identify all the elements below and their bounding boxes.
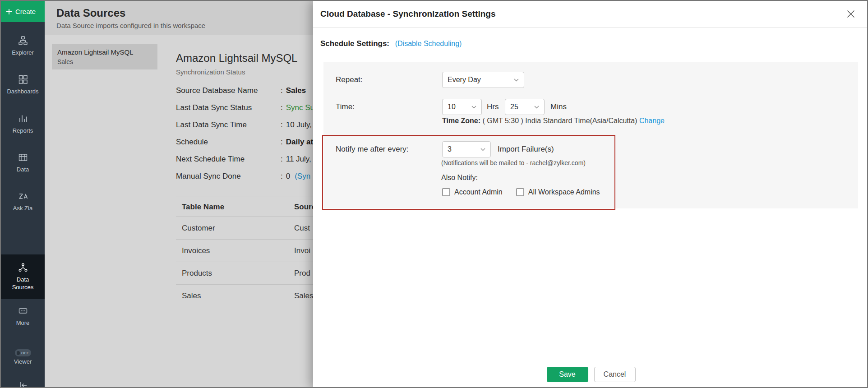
sidebar-item-reports[interactable]: Reports: [1, 105, 45, 143]
save-button[interactable]: Save: [547, 367, 588, 382]
data-sources-icon: [18, 263, 28, 274]
sidebar-item-ask-zia[interactable]: Ask Zia: [1, 182, 45, 221]
sidebar-item-dashboards[interactable]: Dashboards: [1, 65, 45, 104]
chevron-down-icon: [480, 148, 485, 151]
repeat-label: Repeat:: [336, 72, 363, 88]
checkbox-label: Account Admin: [454, 188, 503, 196]
sidebar-footer: [1, 372, 45, 388]
cancel-button[interactable]: Cancel: [594, 367, 636, 382]
sidebar-item-viewer[interactable]: OFF Viewer: [1, 342, 45, 372]
create-label: Create: [15, 8, 36, 15]
hrs-unit-label: Hrs: [487, 99, 499, 115]
hours-value: 10: [448, 103, 456, 111]
dashboards-icon: [18, 74, 28, 86]
plus-icon: [6, 9, 12, 15]
account-admin-checkbox[interactable]: [442, 188, 450, 196]
time-label: Time:: [336, 99, 355, 115]
viewer-toggle[interactable]: OFF: [15, 349, 31, 356]
sidebar-item-label: Dashboards: [7, 88, 38, 95]
chevron-down-icon: [514, 79, 519, 82]
timezone-row: Time Zone: ( GMT 5:30 ) India Standard T…: [442, 117, 665, 125]
all-workspace-admins-checkbox[interactable]: [516, 188, 524, 196]
sidebar-item-label: Data: [17, 166, 29, 173]
hours-dropdown[interactable]: 10: [442, 99, 482, 115]
reports-icon: [18, 114, 28, 125]
all-workspace-admins-option[interactable]: All Workspace Admins: [516, 188, 600, 196]
also-notify-options: Account Admin All Workspace Admins: [442, 188, 600, 196]
schedule-settings-label: Schedule Settings:: [320, 39, 389, 48]
failure-count-dropdown[interactable]: 3: [442, 141, 491, 157]
close-icon[interactable]: [846, 9, 855, 18]
timezone-change-link[interactable]: Change: [639, 117, 665, 125]
toggle-state-label: OFF: [21, 351, 29, 355]
sidebar: Create Explorer Dashboards: [1, 1, 45, 387]
toggle-knob: [17, 351, 20, 355]
ask-zia-icon: [18, 191, 28, 203]
sidebar-item-explorer[interactable]: Explorer: [1, 27, 45, 65]
schedule-settings-row: Schedule Settings: (Disable Scheduling): [320, 39, 858, 48]
account-admin-option[interactable]: Account Admin: [442, 188, 503, 196]
sidebar-item-label: Ask Zia: [13, 205, 32, 212]
timezone-label: Time Zone:: [442, 117, 480, 125]
collapse-sidebar-icon[interactable]: [18, 380, 28, 388]
repeat-dropdown[interactable]: Every Day: [442, 72, 524, 88]
checkbox-label: All Workspace Admins: [528, 188, 600, 196]
schedule-settings-panel: Repeat: Every Day Time: 10 Hrs 25: [323, 62, 858, 208]
create-button[interactable]: Create: [1, 1, 45, 22]
sidebar-item-label: More: [16, 319, 30, 327]
repeat-value: Every Day: [448, 76, 481, 84]
sidebar-item-data-sources[interactable]: Data Sources: [1, 254, 45, 299]
sidebar-item-label: Reports: [13, 127, 33, 134]
sidebar-item-more[interactable]: More: [1, 299, 45, 333]
sidebar-item-label: Explorer: [12, 49, 33, 56]
also-notify-label: Also Notify:: [441, 174, 478, 182]
chevron-down-icon: [534, 106, 539, 109]
notify-label: Notify me after every:: [336, 141, 409, 157]
explorer-icon: [18, 36, 28, 47]
sidebar-item-data[interactable]: Data: [1, 143, 45, 182]
failure-count-value: 3: [448, 145, 452, 153]
import-failures-label: Import Failure(s): [498, 141, 554, 157]
data-table-icon: [18, 152, 28, 164]
minutes-dropdown[interactable]: 25: [505, 99, 545, 115]
minutes-value: 25: [510, 103, 518, 111]
mins-unit-label: Mins: [550, 99, 567, 115]
modal-title: Cloud Database - Synchronization Setting…: [320, 9, 496, 19]
app-window: Create Explorer Dashboards: [0, 0, 868, 388]
disable-scheduling-link[interactable]: (Disable Scheduling): [395, 40, 462, 47]
timezone-value: ( GMT 5:30 ) India Standard Time(Asia/Ca…: [480, 117, 639, 125]
more-icon: [18, 306, 28, 317]
sidebar-item-label: Viewer: [14, 358, 32, 365]
chevron-down-icon: [471, 106, 476, 109]
sidebar-nav: Explorer Dashboards Reports: [1, 27, 45, 372]
modal-footer: Save Cancel: [313, 367, 868, 382]
modal-header: Cloud Database - Synchronization Setting…: [313, 1, 868, 28]
sync-settings-modal: Cloud Database - Synchronization Setting…: [313, 1, 868, 388]
sidebar-item-label: Data Sources: [10, 276, 36, 291]
notification-email-note: (Notifications will be mailed to - rache…: [441, 159, 586, 166]
